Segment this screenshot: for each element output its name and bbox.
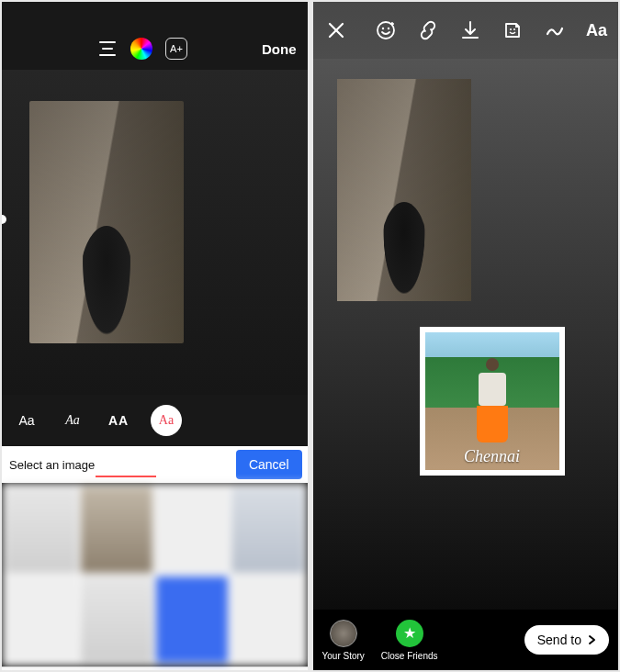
close-icon[interactable] <box>326 20 346 40</box>
picker-thumbnail[interactable] <box>156 577 228 663</box>
your-story-button[interactable]: Your Story <box>322 620 365 661</box>
picker-thumbnail[interactable] <box>156 487 228 573</box>
collage-photo-2[interactable]: Chennai <box>420 327 565 476</box>
chevron-right-icon <box>585 633 598 646</box>
font-style-row: Aa Aa AA Aa <box>2 395 308 446</box>
your-story-label: Your Story <box>322 651 365 661</box>
close-friends-star-icon: ★ <box>396 620 423 647</box>
story-editor-toolbar: Aa <box>313 2 619 59</box>
status-bar <box>2 2 308 28</box>
picker-tab-underline <box>96 476 156 477</box>
text-effect-icon[interactable] <box>165 38 187 60</box>
close-friends-label: Close Friends <box>381 651 438 661</box>
text-align-icon[interactable] <box>97 40 118 57</box>
right-screenshot: Aa Chennai Your Story ★ Close Friends <box>313 2 619 670</box>
send-to-button[interactable]: Send to <box>524 625 609 655</box>
image-picker-grid[interactable] <box>2 483 308 666</box>
text-tool-button[interactable]: Aa <box>586 21 607 40</box>
story-canvas[interactable]: Chennai <box>313 59 619 610</box>
font-option-1[interactable]: Aa <box>13 413 40 428</box>
story-background-photo <box>29 101 184 343</box>
done-button[interactable]: Done <box>262 41 297 57</box>
send-to-label: Send to <box>537 633 581 647</box>
effects-icon[interactable] <box>375 19 397 41</box>
image-picker-title: Select an image <box>9 458 95 472</box>
font-option-3[interactable]: AA <box>105 413 132 428</box>
collage-photo-2-content: Chennai <box>425 332 559 470</box>
picker-thumbnail[interactable] <box>231 577 303 663</box>
photo-figure <box>473 358 512 446</box>
sticker-icon[interactable] <box>502 19 524 41</box>
link-icon[interactable] <box>417 19 439 41</box>
svg-point-12 <box>378 22 394 39</box>
download-icon[interactable] <box>459 19 481 41</box>
svg-point-14 <box>388 28 389 29</box>
picker-thumbnail[interactable] <box>6 487 77 573</box>
left-screenshot: Done Aa Aa AA Aa Select an image Cancel … <box>2 2 308 670</box>
color-picker-icon[interactable] <box>130 38 152 60</box>
keyboard-toolbar: abc GIF <box>2 666 308 670</box>
your-story-avatar-icon <box>330 620 357 647</box>
picker-thumbnail[interactable] <box>6 577 77 663</box>
font-option-4-selected[interactable]: Aa <box>151 405 182 436</box>
draw-icon[interactable] <box>544 19 566 41</box>
collage-photo-1[interactable] <box>337 79 471 301</box>
story-share-bar: Your Story ★ Close Friends Send to <box>313 610 619 670</box>
font-option-2[interactable]: Aa <box>59 413 86 428</box>
story-canvas[interactable] <box>2 70 308 395</box>
picker-thumbnail[interactable] <box>231 487 303 573</box>
text-size-slider-handle[interactable] <box>2 215 6 224</box>
close-friends-button[interactable]: ★ Close Friends <box>381 620 438 661</box>
svg-point-17 <box>510 28 512 30</box>
story-text-toolbar: Done <box>2 28 308 70</box>
cancel-button[interactable]: Cancel <box>236 450 302 479</box>
picker-thumbnail[interactable] <box>81 577 152 663</box>
collage-caption: Chennai <box>464 447 520 466</box>
image-picker-header: Select an image Cancel <box>2 446 308 483</box>
picker-thumbnail[interactable] <box>81 487 152 573</box>
svg-point-18 <box>513 28 515 30</box>
svg-point-13 <box>382 28 384 29</box>
